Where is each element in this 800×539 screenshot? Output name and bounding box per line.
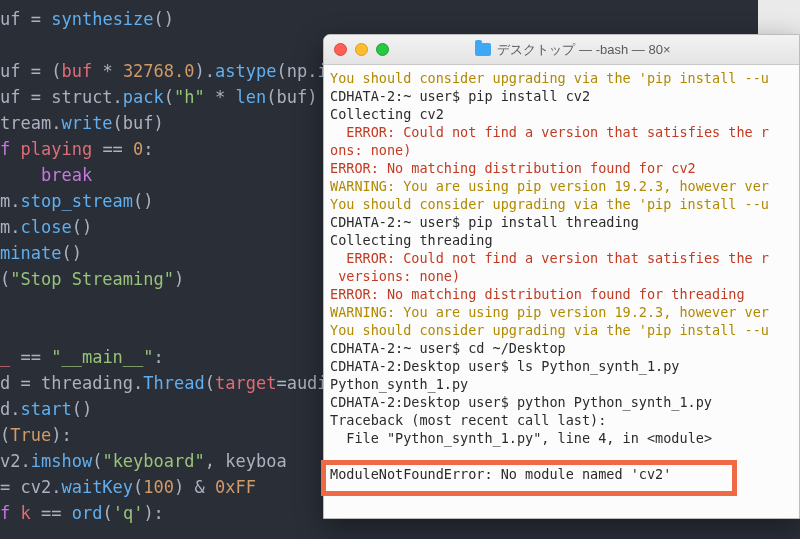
code-token: imshow — [31, 451, 92, 471]
code-token: ord — [72, 503, 103, 523]
code-token: 'q' — [113, 503, 144, 523]
window-titlebar[interactable]: デスクトップ — -bash — 80× — [324, 35, 799, 65]
code-token: == — [20, 347, 51, 367]
code-token: close — [20, 217, 71, 237]
code-token: pack — [123, 87, 164, 107]
code-token — [41, 9, 51, 29]
window-title: デスクトップ — -bash — 80× — [357, 41, 789, 59]
code-token: _ — [0, 347, 20, 367]
code-token: = ( — [31, 61, 62, 81]
code-token: d — [0, 373, 20, 393]
terminal-line: CDHATA-2:~ user$ pip install threading — [330, 213, 793, 231]
code-token: f — [0, 503, 20, 523]
code-token: uf — [0, 9, 31, 29]
code-token: Thread — [143, 373, 204, 393]
terminal-body[interactable]: You should consider upgrading via the 'p… — [324, 65, 799, 487]
code-token: k — [20, 503, 40, 523]
code-token: () — [72, 217, 92, 237]
code-token: () — [72, 399, 92, 419]
terminal-window[interactable]: デスクトップ — -bash — 80× You should consider… — [323, 34, 800, 519]
code-token: ( — [164, 87, 174, 107]
code-token: (np.i — [276, 61, 327, 81]
code-token: == — [102, 139, 133, 159]
terminal-line: You should consider upgrading via the 'p… — [330, 69, 793, 87]
terminal-line: WARNING: You are using pip version 19.2.… — [330, 303, 793, 321]
code-token: uf — [0, 87, 31, 107]
terminal-line: ERROR: Could not find a version that sat… — [330, 249, 793, 267]
code-token: ): — [51, 425, 71, 445]
code-token: : — [143, 139, 153, 159]
terminal-line: ERROR: No matching distribution found fo… — [330, 285, 793, 303]
code-token: * — [205, 87, 236, 107]
code-token: ( — [133, 477, 143, 497]
code-token: == — [41, 503, 72, 523]
code-token: write — [61, 113, 112, 133]
terminal-line: ModuleNotFoundError: No module named 'cv… — [330, 465, 793, 483]
code-token: ( — [102, 503, 112, 523]
code-token: stop_stream — [20, 191, 133, 211]
code-token: astype — [215, 61, 276, 81]
code-token: = struct. — [31, 87, 123, 107]
terminal-line: versions: none) — [330, 267, 793, 285]
code-token: "Stop Streaming" — [10, 269, 174, 289]
code-token: ): — [143, 503, 163, 523]
code-token: f — [0, 139, 20, 159]
code-token: True — [10, 425, 51, 445]
code-token: =audi — [276, 373, 327, 393]
code-token: minate — [0, 243, 61, 263]
code-token: start — [20, 399, 71, 419]
code-token: (buf) — [113, 113, 164, 133]
terminal-line: CDHATA-2:Desktop user$ python Python_syn… — [330, 393, 793, 411]
code-token: ). — [195, 61, 215, 81]
code-token: waitKey — [61, 477, 133, 497]
code-token: ( — [205, 373, 215, 393]
code-token: () — [61, 243, 81, 263]
code-token: 100 — [143, 477, 174, 497]
terminal-line: Collecting threading — [330, 231, 793, 249]
terminal-line: Traceback (most recent call last): — [330, 411, 793, 429]
code-token: v2. — [0, 451, 31, 471]
terminal-line: File "Python_synth_1.py", line 4, in <mo… — [330, 429, 793, 447]
code-token: , keyboa — [205, 451, 287, 471]
code-token: ) & — [174, 477, 215, 497]
code-token: "__main__" — [51, 347, 153, 367]
code-token: (buf) — [266, 87, 317, 107]
terminal-line: ERROR: Could not find a version that sat… — [330, 123, 793, 141]
window-title-text: デスクトップ — -bash — 80× — [497, 41, 670, 59]
terminal-line: You should consider upgrading via the 'p… — [330, 321, 793, 339]
code-token: m. — [0, 191, 20, 211]
code-token: ( — [92, 451, 102, 471]
code-token: 0xFF — [215, 477, 256, 497]
code-token: uf — [0, 61, 31, 81]
code-token: tream. — [0, 113, 61, 133]
code-token: ( — [0, 425, 10, 445]
code-token: 0 — [133, 139, 143, 159]
code-token: = threading. — [20, 373, 143, 393]
code-token: m. — [0, 217, 20, 237]
code-line[interactable]: uf = synthesize() — [0, 6, 800, 32]
code-token: ( — [0, 269, 10, 289]
code-token: * — [102, 61, 122, 81]
close-icon[interactable] — [334, 43, 347, 56]
code-token: playing — [20, 139, 102, 159]
terminal-line: Python_synth_1.py — [330, 375, 793, 393]
code-token: ) — [174, 269, 184, 289]
code-token — [0, 165, 41, 185]
code-token: d. — [0, 399, 20, 419]
code-token: len — [235, 87, 266, 107]
code-token: = cv2. — [0, 477, 61, 497]
terminal-line — [330, 447, 793, 465]
terminal-line: Collecting cv2 — [330, 105, 793, 123]
code-token: () — [154, 9, 174, 29]
code-token: : — [154, 347, 164, 367]
terminal-line: ons: none) — [330, 141, 793, 159]
code-token: "keyboard" — [102, 451, 204, 471]
code-token: "h" — [174, 87, 205, 107]
terminal-line: CDHATA-2:~ user$ pip install cv2 — [330, 87, 793, 105]
code-token: break — [41, 165, 92, 185]
code-token: buf — [61, 61, 102, 81]
code-token: 32768.0 — [123, 61, 195, 81]
folder-icon — [475, 43, 491, 56]
terminal-line: ERROR: No matching distribution found fo… — [330, 159, 793, 177]
terminal-line: CDHATA-2:~ user$ cd ~/Desktop — [330, 339, 793, 357]
